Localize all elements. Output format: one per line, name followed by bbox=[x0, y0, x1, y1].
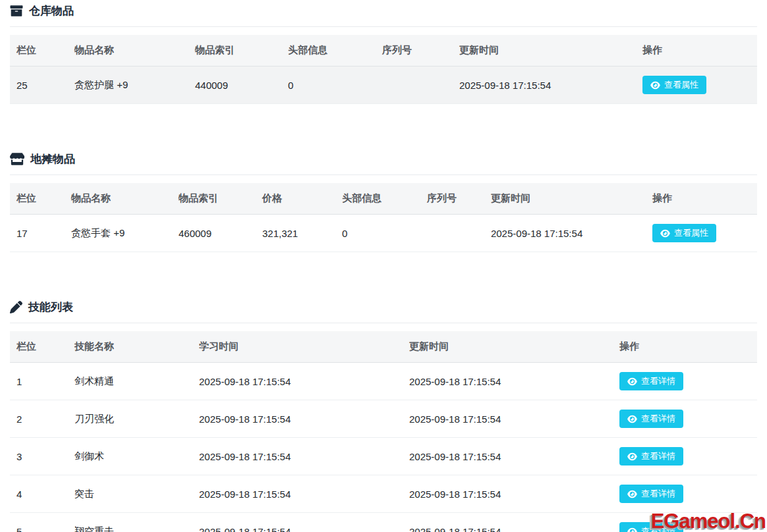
table-cell: 4 bbox=[10, 475, 68, 513]
table-cell: 17 bbox=[10, 215, 65, 252]
view-button-label: 查看详情 bbox=[641, 376, 675, 386]
column-header: 栏位 bbox=[10, 35, 68, 66]
table-header-row: 栏位物品名称物品索引头部信息序列号更新时间操作 bbox=[10, 35, 757, 66]
data-table: 栏位物品名称物品索引价格头部信息序列号更新时间操作 17贪慾手套 +946000… bbox=[10, 183, 757, 252]
table-cell: 2025-09-18 17:15:54 bbox=[192, 513, 403, 532]
column-header: 物品名称 bbox=[68, 35, 188, 66]
actions-cell: 查看详情 bbox=[613, 475, 757, 513]
section: 地摊物品 栏位物品名称物品索引价格头部信息序列号更新时间操作 17贪慾手套 +9… bbox=[10, 151, 757, 252]
table-cell: 321,321 bbox=[256, 215, 335, 252]
data-table: 栏位物品名称物品索引头部信息序列号更新时间操作 25贪慾护腿 +94400090… bbox=[10, 35, 757, 104]
table-cell: 2025-09-18 17:15:54 bbox=[403, 475, 613, 513]
section: 技能列表 栏位技能名称学习时间更新时间操作 1剑术精通2025-09-18 17… bbox=[10, 300, 757, 532]
column-header: 头部信息 bbox=[335, 183, 420, 215]
column-header: 物品名称 bbox=[65, 183, 172, 215]
data-table: 栏位技能名称学习时间更新时间操作 1剑术精通2025-09-18 17:15:5… bbox=[10, 331, 757, 532]
section-title: 仓库物品 bbox=[10, 3, 757, 18]
table-cell: 2025-09-18 17:15:54 bbox=[192, 363, 403, 400]
table-cell: 2025-09-18 17:15:54 bbox=[192, 400, 403, 438]
actions-cell: 查看详情 bbox=[613, 363, 757, 400]
section-title-text: 技能列表 bbox=[28, 300, 73, 315]
table-cell: 2025-09-18 17:15:54 bbox=[403, 363, 613, 400]
column-header: 序列号 bbox=[376, 35, 453, 66]
view-button-label: 查看属性 bbox=[664, 80, 698, 90]
divider bbox=[10, 174, 757, 175]
section-title: 技能列表 bbox=[10, 300, 757, 315]
table-cell: 0 bbox=[335, 215, 420, 252]
eye-icon bbox=[660, 229, 670, 238]
table-cell: 2025-09-18 17:15:54 bbox=[403, 400, 613, 438]
table-row: 25贪慾护腿 +944000902025-09-18 17:15:54查看属性 bbox=[10, 66, 757, 104]
view-button[interactable]: 查看详情 bbox=[619, 372, 683, 390]
eye-icon bbox=[627, 490, 637, 498]
divider bbox=[10, 26, 757, 27]
table-cell: 贪慾护腿 +9 bbox=[68, 66, 188, 104]
table-cell: 440009 bbox=[188, 66, 281, 104]
table-row: 5翔空重击2025-09-18 17:15:542025-09-18 17:15… bbox=[10, 513, 757, 532]
table-cell: 突击 bbox=[68, 475, 192, 513]
column-header: 头部信息 bbox=[281, 35, 376, 66]
table-cell: 刀刃强化 bbox=[68, 400, 192, 438]
column-header: 物品索引 bbox=[188, 35, 281, 66]
table-cell: 剑术精通 bbox=[68, 363, 192, 400]
view-button-label: 查看详情 bbox=[641, 489, 675, 499]
eye-icon bbox=[627, 527, 637, 532]
table-cell: 翔空重击 bbox=[68, 513, 192, 532]
view-button-label: 查看详情 bbox=[641, 451, 675, 462]
divider bbox=[10, 323, 757, 323]
store-icon bbox=[10, 153, 24, 165]
table-header-row: 栏位物品名称物品索引价格头部信息序列号更新时间操作 bbox=[10, 183, 757, 215]
eye-icon bbox=[627, 415, 637, 423]
table-cell: 2025-09-18 17:15:54 bbox=[403, 513, 613, 532]
eye-icon bbox=[627, 452, 637, 461]
eye-icon bbox=[650, 81, 660, 90]
column-header: 栏位 bbox=[10, 183, 65, 215]
column-header: 操作 bbox=[636, 35, 757, 66]
pen-icon bbox=[10, 301, 22, 313]
archive-icon bbox=[10, 5, 23, 17]
column-header: 物品索引 bbox=[172, 183, 256, 215]
table-cell: 2025-09-18 17:15:54 bbox=[192, 475, 403, 513]
section-title: 地摊物品 bbox=[10, 151, 757, 167]
table-row: 3剑御术2025-09-18 17:15:542025-09-18 17:15:… bbox=[10, 438, 757, 475]
table-row: 2刀刃强化2025-09-18 17:15:542025-09-18 17:15… bbox=[10, 400, 757, 438]
table-row: 17贪慾手套 +9460009321,32102025-09-18 17:15:… bbox=[10, 215, 757, 252]
view-button-label: 查看属性 bbox=[674, 228, 708, 238]
table-row: 1剑术精通2025-09-18 17:15:542025-09-18 17:15… bbox=[10, 363, 757, 400]
section-title-text: 仓库物品 bbox=[29, 3, 74, 18]
column-header: 价格 bbox=[256, 183, 335, 215]
actions-cell: 查看详情 bbox=[613, 400, 757, 438]
table-header-row: 栏位技能名称学习时间更新时间操作 bbox=[10, 331, 757, 363]
table-cell: 2025-09-18 17:15:54 bbox=[453, 66, 636, 104]
table-cell: 5 bbox=[10, 513, 68, 532]
actions-cell: 查看详情 bbox=[613, 438, 757, 475]
column-header: 学习时间 bbox=[192, 331, 403, 363]
actions-cell: 查看属性 bbox=[636, 66, 757, 104]
table-cell: 1 bbox=[10, 363, 68, 400]
view-button-label: 查看详情 bbox=[641, 413, 675, 424]
view-button[interactable]: 查看详情 bbox=[619, 485, 683, 503]
view-button[interactable]: 查看详情 bbox=[619, 410, 683, 428]
section: 仓库物品 栏位物品名称物品索引头部信息序列号更新时间操作 25贪慾护腿 +944… bbox=[10, 3, 757, 104]
table-cell: 2025-09-18 17:15:54 bbox=[403, 438, 613, 475]
column-header: 技能名称 bbox=[68, 331, 192, 363]
table-cell: 2 bbox=[10, 400, 68, 438]
column-header: 操作 bbox=[613, 331, 757, 363]
view-button[interactable]: 查看属性 bbox=[642, 76, 706, 94]
table-cell bbox=[420, 215, 484, 252]
watermark: EGameol.Cn bbox=[651, 510, 766, 532]
table-cell: 2025-09-18 17:15:54 bbox=[192, 438, 403, 475]
actions-cell: 查看属性 bbox=[646, 215, 757, 252]
table-cell: 3 bbox=[10, 438, 68, 475]
page: 仓库物品 栏位物品名称物品索引头部信息序列号更新时间操作 25贪慾护腿 +944… bbox=[0, 0, 767, 532]
column-header: 栏位 bbox=[10, 331, 68, 363]
section-title-text: 地摊物品 bbox=[30, 151, 75, 167]
column-header: 更新时间 bbox=[484, 183, 646, 215]
column-header: 操作 bbox=[646, 183, 757, 215]
column-header: 更新时间 bbox=[403, 331, 613, 363]
table-cell: 贪慾手套 +9 bbox=[65, 215, 172, 252]
view-button[interactable]: 查看详情 bbox=[619, 447, 683, 466]
table-cell: 剑御术 bbox=[68, 438, 192, 475]
view-button[interactable]: 查看属性 bbox=[652, 224, 716, 242]
table-cell: 460009 bbox=[172, 215, 256, 252]
